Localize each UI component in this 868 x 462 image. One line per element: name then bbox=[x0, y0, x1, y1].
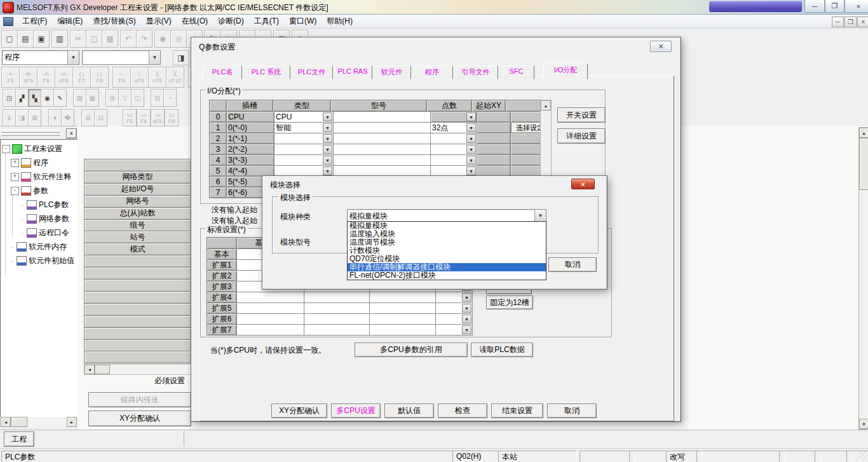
time-chart-icon[interactable]: ⊟ bbox=[151, 89, 164, 107]
io-points-cell[interactable]: ▼ bbox=[431, 155, 477, 166]
xy-confirm-button[interactable]: XY分配确认 bbox=[88, 411, 191, 426]
program-check-icon[interactable]: ◫ bbox=[131, 89, 144, 107]
find-icon[interactable]: ◉ bbox=[154, 30, 171, 48]
chevron-down-icon[interactable]: ▼ bbox=[466, 112, 476, 121]
tree-item-program[interactable]: +程序 bbox=[1, 158, 78, 168]
tab-SFC[interactable]: SFC bbox=[498, 65, 534, 79]
std-value-cell[interactable] bbox=[237, 303, 304, 314]
std-value-cell[interactable] bbox=[304, 303, 370, 314]
ladder-cF10-button[interactable]: ╳cF10 bbox=[166, 67, 184, 88]
network-vscrollbar[interactable]: ▲ ▼ bbox=[858, 127, 868, 430]
scroll-thumb[interactable] bbox=[11, 417, 27, 427]
close-icon[interactable]: × bbox=[66, 128, 77, 139]
download-to-plc-icon[interactable]: ⊻ bbox=[3, 109, 16, 126]
io-startxy-cell[interactable] bbox=[477, 123, 511, 133]
tab-PLC 系统[interactable]: PLC 系统 bbox=[242, 65, 290, 79]
grid-display-icon[interactable]: ⊞ bbox=[81, 109, 95, 126]
module-kind-combo[interactable]: 模拟量模块 ▼ bbox=[347, 209, 546, 222]
std-value-cell[interactable] bbox=[304, 325, 370, 336]
dropdown-option[interactable]: 模拟量模块 bbox=[348, 222, 546, 230]
ladder-F9-button[interactable]: ─F9 bbox=[112, 67, 131, 88]
switch-settings-button[interactable]: 开关设置 bbox=[557, 107, 606, 123]
tree-item-device-init[interactable]: ·软元件初始值 bbox=[1, 255, 78, 266]
dock-grip[interactable] bbox=[2, 133, 60, 136]
tree-item-network-parameter[interactable]: ·网络参数 bbox=[1, 214, 78, 224]
io-points-cell[interactable]: 32点▼ bbox=[431, 123, 477, 133]
scroll-up-icon[interactable]: ▲ bbox=[541, 100, 551, 111]
chevron-down-icon[interactable]: ▼ bbox=[323, 156, 332, 165]
chevron-down-icon[interactable]: ▼ bbox=[466, 156, 476, 165]
tab-PLC RAS[interactable]: PLC RAS bbox=[333, 65, 372, 79]
std-value-cell[interactable] bbox=[304, 292, 370, 303]
io-model-cell[interactable] bbox=[334, 155, 431, 166]
expand-icon[interactable]: + bbox=[11, 159, 19, 167]
tree-item-root[interactable]: -工程未设置 bbox=[2, 144, 77, 154]
link-transfer-button[interactable]: 链路内传送 bbox=[88, 392, 191, 407]
io-startxy-cell[interactable] bbox=[477, 133, 511, 144]
find-device-icon[interactable]: ◉ bbox=[41, 89, 54, 107]
maximize-icon[interactable]: ❐ bbox=[825, 0, 844, 13]
project-tab[interactable]: 工程 bbox=[4, 431, 34, 447]
expand-icon[interactable]: + bbox=[11, 173, 19, 181]
dropdown-option[interactable]: 串行通信/调制解调器接口模块 bbox=[348, 263, 546, 271]
close-icon[interactable]: × bbox=[844, 0, 868, 13]
chevron-down-icon[interactable]: ▼ bbox=[323, 123, 332, 132]
io-type-cell[interactable]: ▼ bbox=[275, 144, 334, 155]
std-dd-cell[interactable]: ▼ bbox=[436, 303, 473, 314]
dropdown-option[interactable]: QD70定位模块 bbox=[348, 255, 546, 263]
bottom-button-检查[interactable]: 检查 bbox=[438, 404, 487, 418]
save-icon[interactable]: ▣ bbox=[33, 30, 50, 48]
tab-引导文件[interactable]: 引导文件 bbox=[453, 65, 498, 79]
io-model-cell[interactable] bbox=[334, 112, 431, 123]
detail-settings-button[interactable]: 详细设置 bbox=[557, 128, 606, 144]
chevron-down-icon[interactable]: ▼ bbox=[67, 51, 79, 64]
mdi-minimize-icon[interactable]: ─ bbox=[832, 17, 844, 27]
secondary-combo[interactable]: ▼ bbox=[82, 50, 161, 65]
chevron-down-icon[interactable]: ▼ bbox=[466, 134, 476, 143]
resize-grip[interactable] bbox=[859, 451, 867, 459]
std-dd-cell[interactable]: ▼ bbox=[436, 314, 473, 325]
redo-icon[interactable]: ↷ bbox=[136, 30, 153, 48]
tab-软元件[interactable]: 软元件 bbox=[372, 65, 411, 79]
std-value-cell[interactable] bbox=[370, 303, 436, 314]
new-file-icon[interactable]: ▢ bbox=[1, 30, 18, 48]
scroll-thumb[interactable] bbox=[859, 138, 868, 190]
std-value-cell[interactable] bbox=[304, 314, 370, 325]
read-plc-data-button[interactable]: 读取PLC数据 bbox=[471, 343, 533, 357]
ladder-edit-mode-icon[interactable]: ▚ bbox=[28, 89, 41, 107]
chevron-down-icon[interactable]: ▼ bbox=[323, 166, 332, 175]
menu-显示[interactable]: 显示(V) bbox=[141, 15, 177, 28]
ladder-cF9-button[interactable]: ╳cF9 bbox=[148, 67, 166, 88]
window-F5-button[interactable]: ▭F5 bbox=[123, 109, 137, 126]
minimize-icon[interactable]: ─ bbox=[804, 0, 825, 13]
project-data-list-icon[interactable]: ◳ bbox=[3, 89, 16, 107]
upload-from-plc-icon[interactable]: ◨ bbox=[15, 109, 29, 126]
dropdown-option[interactable]: 温度调节模块 bbox=[348, 238, 546, 247]
tab-程序[interactable]: 程序 bbox=[411, 65, 453, 79]
options-grid-icon[interactable]: ◔ bbox=[163, 89, 177, 107]
monitor-start-icon[interactable]: ▨ bbox=[73, 89, 86, 107]
scroll-down-icon[interactable]: ▼ bbox=[859, 419, 868, 429]
find-next-icon[interactable]: ◎ bbox=[170, 30, 187, 48]
ladder-sF9-button[interactable]: │sF9 bbox=[130, 67, 149, 88]
io-type-cell[interactable]: ▼ bbox=[275, 133, 334, 144]
io-startxy-cell[interactable] bbox=[477, 112, 511, 123]
menu-查找/替换[interactable]: 查找/替换(S) bbox=[88, 15, 140, 28]
window-F6-button[interactable]: ▭F6 bbox=[137, 109, 151, 126]
cut-icon[interactable]: ✂ bbox=[70, 30, 86, 48]
menu-工程[interactable]: 工程(F) bbox=[17, 15, 52, 28]
device-test-icon[interactable]: ⊞ bbox=[105, 89, 119, 107]
print-icon[interactable]: ▥ bbox=[51, 30, 68, 48]
monitor-stop-icon[interactable]: ▦ bbox=[86, 89, 99, 107]
chevron-down-icon[interactable]: ▼ bbox=[462, 293, 471, 302]
bottom-button-多CPU设置[interactable]: 多CPU设置 bbox=[331, 404, 381, 418]
bottom-button-结束设置[interactable]: 结束设置 bbox=[491, 404, 543, 418]
tree-item-comment[interactable]: +软元件注释 bbox=[1, 172, 78, 182]
scroll-up-icon[interactable]: ▲ bbox=[859, 128, 868, 138]
dropdown-option[interactable]: FL-net(OPCN-2)接口模块 bbox=[348, 271, 546, 280]
network-hscrollbar[interactable]: ◄ bbox=[84, 364, 191, 375]
tab-I/O分配[interactable]: I/O分配 bbox=[543, 64, 588, 79]
chevron-down-icon[interactable]: ▼ bbox=[466, 145, 476, 154]
step-run-icon[interactable]: ▾ bbox=[48, 109, 62, 126]
ladder-F5-button[interactable]: ⊣⊢F5 bbox=[1, 67, 20, 88]
